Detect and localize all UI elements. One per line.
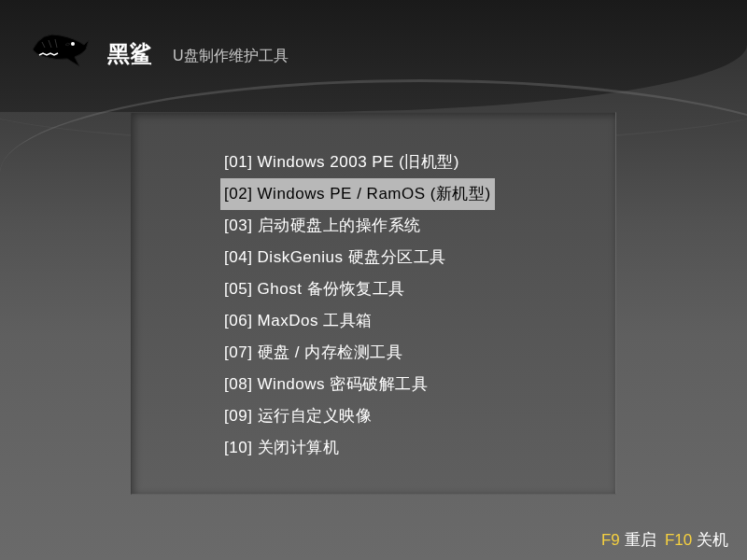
f9-key[interactable]: F9 [601, 531, 620, 549]
menu-item-01[interactable]: [01] Windows 2003 PE (旧机型) [220, 147, 463, 178]
brand-name: 黑鲨 [107, 39, 152, 69]
f10-label: 关机 [697, 531, 728, 549]
menu-item-06[interactable]: [06] MaxDos 工具箱 [220, 305, 376, 337]
menu-item-05[interactable]: [05] Ghost 备份恢复工具 [220, 273, 409, 305]
footer-hotkeys: F9 重启 F10 关机 [601, 529, 728, 551]
menu-item-02[interactable]: [02] Windows PE / RamOS (新机型) [220, 178, 495, 210]
f10-key[interactable]: F10 [665, 531, 692, 549]
menu-item-09[interactable]: [09] 运行自定义映像 [220, 400, 375, 432]
menu-item-03[interactable]: [03] 启动硬盘上的操作系统 [220, 210, 425, 242]
header: 黑鲨 U盘制作维护工具 [0, 0, 747, 89]
f9-label: 重启 [625, 531, 656, 549]
logo-container: 黑鲨 U盘制作维护工具 [28, 17, 289, 73]
svg-point-0 [71, 42, 75, 46]
boot-menu-panel: [01] Windows 2003 PE (旧机型) [02] Windows … [131, 112, 616, 495]
menu-item-04[interactable]: [04] DiskGenius 硬盘分区工具 [220, 242, 450, 273]
menu-item-10[interactable]: [10] 关闭计算机 [220, 432, 343, 464]
menu-item-07[interactable]: [07] 硬盘 / 内存检测工具 [220, 337, 406, 369]
shark-logo-icon [28, 21, 93, 73]
menu-item-08[interactable]: [08] Windows 密码破解工具 [220, 369, 431, 400]
subtitle: U盘制作维护工具 [173, 47, 289, 66]
